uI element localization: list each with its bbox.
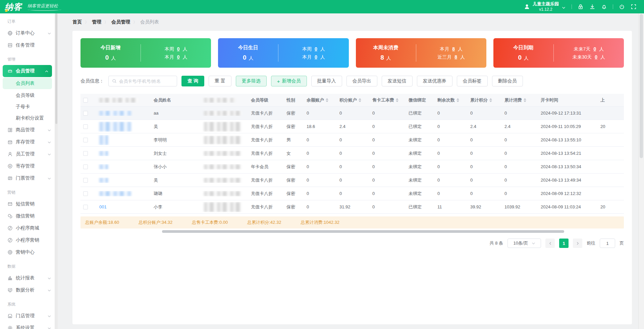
download-icon[interactable] [589,4,595,10]
breadcrumb-item-管理[interactable]: 管理 [92,19,101,25]
column-header-余额账户[interactable]: 余额账户 [304,97,337,103]
column-header-累计消费[interactable]: 累计消费 [502,97,538,103]
row-checkbox[interactable] [83,151,88,156]
sidebar-item-系统设置[interactable]: 系统设置 [0,322,55,329]
row-checkbox[interactable] [83,111,88,116]
horizontal-scrollbar-thumb[interactable] [162,230,564,233]
sidebar-item-门票管理[interactable]: 门票管理 [0,172,55,184]
action-button-发送短信[interactable]: 发送短信 [382,76,413,86]
cell-points: 0 [337,191,370,196]
breadcrumb-item-会员管理[interactable]: 会员管理 [111,19,130,25]
select-all-checkbox[interactable] [83,98,88,103]
stat-card-sub-value[interactable]: 0 [177,46,180,52]
add-member-button[interactable]: +新增会员 [271,76,307,86]
account-menu[interactable]: 儿童主题乐园 v1.12.2 [524,1,566,12]
search-input[interactable] [119,79,173,84]
sidebar-nav: 订单订单中心任务管理管理会员管理会员列表会员等级子母卡刷卡积分设置商品管理库存管… [0,13,55,329]
more-filter-button[interactable]: 更多筛选 [236,76,267,86]
card-no-link[interactable]: 001 [99,204,107,209]
row-checkbox[interactable] [83,205,88,209]
sidebar-item-营销中心[interactable]: 营销中心 [0,246,55,258]
sidebar-item-统计报表[interactable]: 统计报表 [0,272,55,284]
row-checkbox[interactable] [83,124,88,129]
reset-button[interactable]: 重 置 [209,76,231,86]
sidebar-item-label: 商品管理 [16,127,35,133]
cell-remaining: 0 [435,124,468,129]
cell-wechat: 已绑定 [406,110,435,116]
column-header-剩余次数[interactable]: 剩余次数 [435,97,468,103]
column-header-售卡工本费[interactable]: 售卡工本费 [370,97,406,103]
window-scrollbar[interactable] [638,13,644,329]
cell-level: 充值卡八折 [248,110,284,116]
sidebar-item-label: 统计报表 [16,275,35,281]
cell-level: 充值卡八折 [248,204,284,210]
sidebar-item-label: 小程序商城 [16,225,39,231]
sidebar-subitem-会员等级[interactable]: 会员等级 [0,90,55,101]
stat-card-sub-value[interactable]: 0 [595,54,597,60]
stat-card-sub-value[interactable]: 0 [177,54,180,60]
sidebar-item-小程序营销[interactable]: 小程序营销 [0,234,55,246]
power-icon[interactable] [619,4,625,10]
lock-icon[interactable] [578,4,584,10]
cell-card_fee: 0 [370,178,406,183]
sort-icon[interactable] [457,98,459,102]
sidebar-item-寄存管理[interactable]: 寄寄存管理 [0,160,55,172]
sidebar-scrollbar[interactable] [55,13,58,329]
row-checkbox[interactable] [83,138,88,142]
sidebar-subitem-会员列表[interactable]: 会员列表 [3,78,52,89]
row-checkbox[interactable] [83,191,88,196]
column-header-积分账户[interactable]: 积分账户 [337,97,370,103]
page-size-select[interactable]: 10条/页 [507,239,541,248]
cell-total_spend: 0 [502,151,538,156]
bell-icon[interactable] [601,4,607,10]
stat-card-sub-value[interactable]: 0 [315,54,317,60]
stat-card-sub-value[interactable]: 0 [315,46,317,52]
action-button-发送优惠券[interactable]: 发送优惠券 [417,76,452,86]
page-number-1[interactable]: 1 [559,239,569,248]
redacted-card-no [99,111,131,116]
sort-icon[interactable] [524,98,526,102]
sidebar-item-门店管理[interactable]: 门店管理 [0,310,55,322]
member-search-input[interactable] [108,76,177,86]
fullscreen-icon[interactable] [631,4,637,10]
filter-bar: 会员信息： 查 询 重 置 更多筛选 +新增会员 批量导入会员导出发送短信发送优… [72,68,632,86]
search-button[interactable]: 查 询 [181,76,204,86]
cell-total_spend: 0 [502,191,538,196]
sidebar-subitem-子母卡[interactable]: 子母卡 [0,101,55,113]
stat-card-subrow: 本周0人 [278,45,348,53]
next-page-button[interactable] [573,239,582,248]
select-all-checkbox-cell[interactable] [80,98,97,103]
row-checkbox[interactable] [83,178,88,183]
action-button-会员标签[interactable]: 会员标签 [457,76,488,86]
cell-remaining: 0 [435,111,468,116]
sidebar-item-小程序商城[interactable]: 小程序商城 [0,222,55,234]
sort-icon[interactable] [359,98,361,102]
sidebar-item-微信营销[interactable]: 微信营销 [0,210,55,222]
action-button-会员导出[interactable]: 会员导出 [346,76,377,86]
stat-card-sub-value[interactable]: 0 [593,46,596,52]
sort-icon[interactable] [326,98,328,102]
action-button-批量导入[interactable]: 批量导入 [311,76,342,86]
sidebar-item-订单中心[interactable]: 订单中心 [0,27,55,39]
action-button-删除会员[interactable]: 删除会员 [492,76,523,86]
sidebar-item-任务管理[interactable]: 任务管理 [0,39,55,51]
goto-page-input[interactable] [600,239,615,248]
stat-card-sub-value[interactable]: 8 [452,46,455,52]
column-header-累计积分[interactable]: 累计积分 [468,97,502,103]
sidebar-item-库存管理[interactable]: 库存管理 [0,136,55,148]
sidebar-item-数据分析[interactable]: 数据分析 [0,284,55,296]
row-checkbox[interactable] [83,164,88,169]
sidebar-subitem-刷卡积分设置[interactable]: 刷卡积分设置 [0,113,55,124]
sidebar-item-员工管理[interactable]: 员工管理 [0,148,55,160]
prev-page-button[interactable] [545,239,555,248]
breadcrumb-item-首页[interactable]: 首页 [72,19,82,25]
stat-card-sub-value[interactable]: 8 [454,54,457,60]
sort-icon[interactable] [396,98,398,102]
cell-card-no[interactable]: 001 [97,204,151,209]
sidebar-item-商品管理[interactable]: 商品管理 [0,124,55,136]
sidebar-item-短信营销[interactable]: 短信营销 [0,198,55,210]
sort-icon[interactable] [489,98,492,102]
sidebar-item-会员管理[interactable]: 会员管理 [3,65,52,77]
chevron-down-icon[interactable] [561,5,566,9]
column-header-开卡时间: 开卡时间 [538,97,598,103]
